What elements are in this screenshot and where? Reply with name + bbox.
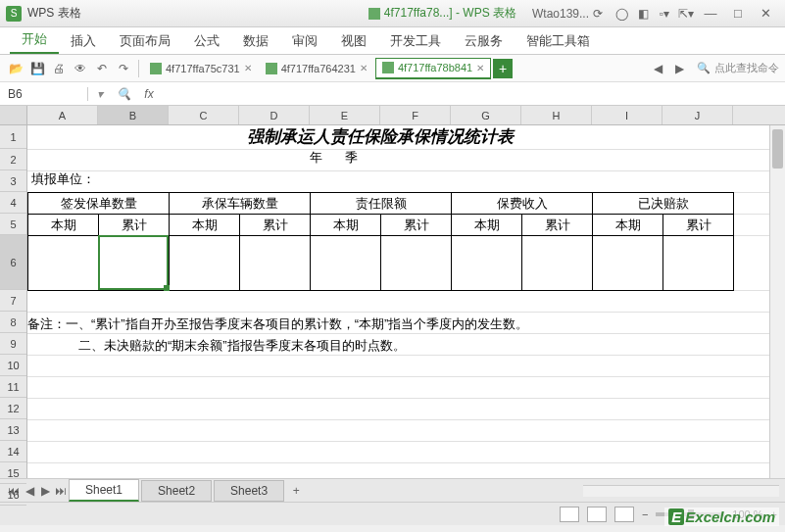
file-tab-3[interactable]: 4f717ffa78b841✕	[375, 58, 491, 79]
tab-nav-last[interactable]: ⏭	[53, 484, 69, 498]
undo-icon[interactable]: ↶	[92, 59, 112, 78]
menu-view[interactable]: 视图	[329, 28, 378, 54]
col-header[interactable]: B	[98, 106, 169, 124]
row-header[interactable]: 2	[0, 149, 26, 170]
search-icon[interactable]: 🔍	[112, 87, 135, 101]
formula-input[interactable]	[163, 87, 785, 101]
menu-insert[interactable]: 插入	[59, 28, 108, 54]
open-icon[interactable]: 📂	[6, 59, 25, 78]
add-tab-button[interactable]: +	[493, 59, 513, 78]
view-normal-icon[interactable]	[560, 507, 579, 522]
data-cell[interactable]	[170, 236, 240, 291]
header-cell[interactable]: 累计	[381, 215, 452, 236]
col-header[interactable]: F	[380, 106, 451, 124]
row-header[interactable]: 5	[0, 214, 26, 235]
row-header[interactable]: 13	[0, 419, 26, 441]
row-header[interactable]: 10	[0, 355, 26, 376]
nav-right-icon[interactable]: ▶	[669, 59, 689, 78]
row-header[interactable]: 16	[0, 484, 26, 506]
header-cell[interactable]: 保费收入	[452, 193, 593, 215]
header-cell[interactable]: 本期	[311, 215, 381, 236]
data-cell[interactable]	[663, 236, 734, 291]
user-tab[interactable]: Wtao139...⟳	[524, 7, 611, 21]
file-tab-2[interactable]: 4f717ffa764231✕	[260, 58, 373, 79]
header-cell[interactable]: 累计	[522, 215, 593, 236]
view-break-icon[interactable]	[614, 507, 634, 522]
maximize-button[interactable]: □	[724, 3, 752, 24]
header-cell[interactable]: 累计	[240, 215, 311, 236]
row-header[interactable]: 14	[0, 441, 26, 462]
row-header[interactable]: 12	[0, 398, 26, 419]
row-header[interactable]: 1	[0, 125, 26, 149]
col-header[interactable]: J	[662, 106, 733, 124]
horizontal-scrollbar[interactable]	[583, 485, 779, 497]
header-cell[interactable]: 责任限额	[311, 193, 452, 215]
menu-pagelayout[interactable]: 页面布局	[108, 28, 182, 54]
command-search[interactable]: 🔍点此查找命令	[697, 61, 779, 75]
data-cell[interactable]	[240, 236, 311, 291]
cell-reference[interactable]: B6	[0, 87, 88, 101]
close-button[interactable]: ✕	[752, 3, 779, 24]
help-icon[interactable]: ◯	[611, 3, 632, 24]
header-cell[interactable]: 承保车辆数量	[170, 193, 311, 215]
menu-cloud[interactable]: 云服务	[453, 28, 515, 54]
scroll-thumb[interactable]	[772, 129, 783, 169]
col-header[interactable]: E	[310, 106, 380, 124]
select-all-corner[interactable]	[0, 106, 26, 125]
header-cell[interactable]: 已决赔款	[593, 193, 734, 215]
row-header[interactable]: 9	[0, 333, 26, 355]
row-header[interactable]: 11	[0, 376, 26, 398]
row-header[interactable]: 6	[0, 235, 26, 290]
header-cell[interactable]: 累计	[663, 215, 734, 236]
data-cell[interactable]	[28, 236, 99, 291]
menu-dev[interactable]: 开发工具	[378, 28, 453, 54]
close-icon[interactable]: ✕	[360, 63, 368, 73]
vertical-scrollbar[interactable]	[769, 125, 785, 478]
pin-icon[interactable]: ⇱▾	[675, 3, 697, 24]
skin-icon[interactable]: ◧	[632, 3, 654, 24]
preview-icon[interactable]: 👁	[71, 59, 90, 78]
menu-start[interactable]: 开始	[10, 26, 59, 54]
menu-smart[interactable]: 智能工具箱	[515, 28, 602, 54]
header-cell[interactable]: 本期	[28, 215, 99, 236]
header-cell[interactable]: 签发保单数量	[28, 193, 170, 215]
file-tab-1[interactable]: 4f717ffa75c731✕	[144, 58, 258, 79]
col-header[interactable]: C	[169, 106, 239, 124]
row-header[interactable]: 8	[0, 312, 26, 333]
dropdown-icon[interactable]: ▾	[88, 87, 112, 101]
minimize-button[interactable]: —	[697, 3, 724, 24]
menu-data[interactable]: 数据	[231, 28, 280, 54]
print-icon[interactable]: 🖨	[49, 59, 69, 78]
col-header[interactable]: A	[27, 106, 98, 124]
sheet-tab-1[interactable]: Sheet1	[69, 479, 139, 502]
window-doc-tab[interactable]: 4f717ffa78...] - WPS 表格	[361, 5, 524, 22]
data-cell[interactable]	[522, 236, 593, 291]
close-icon[interactable]: ✕	[244, 63, 252, 73]
data-cell[interactable]	[593, 236, 663, 291]
zoom-out-button[interactable]: −	[642, 508, 648, 520]
grid[interactable]: A B C D E F G H I J 强制承运人责任保险承保情况统计表 年 季…	[27, 106, 785, 478]
header-cell[interactable]: 本期	[593, 215, 663, 236]
save-icon[interactable]: 💾	[27, 59, 47, 78]
add-sheet-button[interactable]: +	[286, 484, 306, 498]
close-icon[interactable]: ✕	[476, 63, 484, 73]
col-header[interactable]: G	[451, 106, 521, 124]
data-cell[interactable]	[381, 236, 452, 291]
col-header[interactable]: I	[592, 106, 662, 124]
header-cell[interactable]: 本期	[452, 215, 522, 236]
nav-left-icon[interactable]: ◀	[648, 59, 667, 78]
tab-nav-next[interactable]: ▶	[37, 484, 53, 498]
fx-label[interactable]: fx	[135, 87, 163, 101]
settings-icon[interactable]: ▫▾	[654, 3, 675, 24]
sheet-tab-3[interactable]: Sheet3	[214, 480, 284, 502]
data-cell[interactable]	[99, 236, 170, 291]
sheet-tab-2[interactable]: Sheet2	[141, 480, 212, 502]
data-cell[interactable]	[311, 236, 381, 291]
header-cell[interactable]: 累计	[99, 215, 170, 236]
row-header[interactable]: 3	[0, 170, 26, 192]
col-header[interactable]: D	[239, 106, 310, 124]
header-cell[interactable]: 本期	[170, 215, 240, 236]
row-header[interactable]: 4	[0, 192, 26, 214]
row-header[interactable]: 7	[0, 290, 26, 312]
menu-formula[interactable]: 公式	[182, 28, 231, 54]
